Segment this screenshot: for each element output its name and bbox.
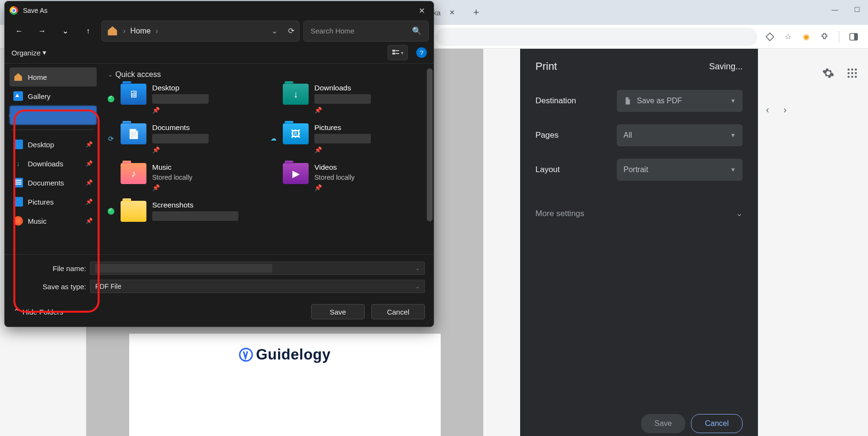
sidebar-item-gallery[interactable]: Gallery xyxy=(10,87,97,106)
folder-label: Videos xyxy=(314,163,355,172)
save-type-select[interactable]: PDF File⌄ xyxy=(90,280,425,293)
chevron-down-icon: ▾ xyxy=(43,48,46,57)
chrome-logo-icon xyxy=(10,6,18,15)
svg-point-3 xyxy=(847,68,849,70)
chevron-down-icon: ⌄ xyxy=(736,208,743,218)
print-cancel-button[interactable]: Cancel xyxy=(691,414,743,433)
diamond-icon[interactable] xyxy=(764,31,776,43)
close-icon[interactable]: ✕ xyxy=(415,4,429,17)
print-panel: Print Saving... Destination Save as PDF … xyxy=(520,49,758,436)
pin-icon: 📌 xyxy=(86,160,93,167)
folder-label: Pictures xyxy=(314,123,371,132)
close-tab-icon[interactable]: ✕ xyxy=(444,4,461,21)
scrollbar-thumb[interactable] xyxy=(427,68,433,221)
apps-grid-icon[interactable] xyxy=(846,67,858,79)
search-input[interactable]: Search Home 🔍 xyxy=(303,21,429,42)
extension-icon[interactable] xyxy=(819,31,830,43)
gear-icon[interactable] xyxy=(822,67,835,79)
destination-select[interactable]: Save as PDF ▼ xyxy=(617,90,743,112)
folder-desktop[interactable]: 🖥 Desktop📌 xyxy=(107,84,265,114)
svg-point-7 xyxy=(851,72,853,74)
folder-label: Documents xyxy=(152,123,209,132)
svg-point-10 xyxy=(851,76,853,77)
pin-icon: 📌 xyxy=(314,146,371,153)
svg-point-8 xyxy=(855,72,857,74)
sidebar-item-documents[interactable]: Documents📌 xyxy=(10,173,97,192)
sidebar-label: Home xyxy=(28,73,47,81)
view-options-button[interactable]: ▾ xyxy=(388,45,408,60)
brand-logo: Guidelogy xyxy=(239,346,331,363)
sidebar-item-downloads[interactable]: ↓Downloads📌 xyxy=(10,154,97,173)
redacted-text xyxy=(152,94,209,104)
pages-select[interactable]: All ▼ xyxy=(617,124,743,146)
folder-videos[interactable]: ▶ VideosStored locally📌 xyxy=(269,163,427,191)
sidebar-label: Music xyxy=(28,217,46,225)
folder-music[interactable]: ♪ MusicStored locally📌 xyxy=(107,163,265,191)
address-bar[interactable] xyxy=(435,28,757,46)
cloud-icon: ☁ xyxy=(270,135,277,142)
quick-access-header[interactable]: ⌄Quick access xyxy=(108,70,427,79)
back-icon[interactable]: ← xyxy=(10,22,29,41)
sidebar-item-pictures[interactable]: Pictures📌 xyxy=(10,192,97,211)
resize-grip-icon[interactable]: ⋰ xyxy=(426,318,432,325)
folder-icon: ↓ xyxy=(283,84,309,105)
print-status: Saving... xyxy=(709,62,743,72)
folder-downloads[interactable]: ↓ Downloads📌 xyxy=(269,84,427,114)
prev-page-icon[interactable]: ‹ xyxy=(766,104,769,115)
pin-icon: 📌 xyxy=(86,198,93,205)
sidebar-item-music[interactable]: Music📌 xyxy=(10,211,97,230)
save-button[interactable]: Save xyxy=(311,304,365,319)
cancel-button[interactable]: Cancel xyxy=(371,304,425,319)
layout-select[interactable]: Portrait ▼ xyxy=(617,159,743,181)
minimize-icon[interactable]: — xyxy=(824,0,846,19)
sidebar-label: Gallery xyxy=(28,92,51,100)
folder-documents[interactable]: ⟳ 📄 Documents📌 xyxy=(107,123,265,153)
dialog-content: ⌄Quick access 🖥 Desktop📌 ↓ Downloads📌 ⟳ … xyxy=(100,64,434,254)
chevron-down-icon: ⌄ xyxy=(415,283,420,290)
sidebar-label: Downloads xyxy=(28,160,63,168)
svg-point-4 xyxy=(851,68,853,70)
document-icon xyxy=(13,178,23,187)
svg-rect-14 xyxy=(396,50,399,51)
forward-icon[interactable]: → xyxy=(33,22,52,41)
breadcrumb-home[interactable]: Home xyxy=(130,27,151,35)
print-save-button[interactable]: Save xyxy=(641,414,685,433)
folder-pictures[interactable]: ☁ 🖼 Pictures📌 xyxy=(269,123,427,153)
pin-icon: 📌 xyxy=(86,218,93,224)
pictures-icon xyxy=(13,197,23,207)
folder-icon: 🖼 xyxy=(283,123,309,144)
preview-nav: ‹ › xyxy=(766,104,787,115)
organize-menu[interactable]: Organize▾ xyxy=(11,48,46,57)
sidebar-item-home[interactable]: Home xyxy=(10,67,97,87)
breadcrumb-bar[interactable]: › Home › ⌄ ⟳ xyxy=(101,21,300,42)
sidepanel-icon[interactable] xyxy=(848,31,859,43)
folder-screenshots[interactable]: Screenshots xyxy=(107,201,265,222)
maximize-icon[interactable]: ☐ xyxy=(846,0,868,19)
svg-point-6 xyxy=(847,72,849,74)
sidebar-item-redacted[interactable]: › xyxy=(10,106,97,125)
star-icon[interactable]: ☆ xyxy=(782,31,794,43)
new-tab-button[interactable]: + xyxy=(473,6,479,19)
sidebar-label: Desktop xyxy=(28,141,54,149)
more-settings-toggle[interactable]: More settings ⌄ xyxy=(535,208,743,218)
folder-label: Downloads xyxy=(314,84,371,92)
tab-title-partial: ka xyxy=(433,9,444,17)
next-page-icon[interactable]: › xyxy=(783,104,787,115)
sidebar-item-desktop[interactable]: Desktop📌 xyxy=(10,135,97,154)
power-icon[interactable]: ◉ xyxy=(801,31,812,43)
file-name-input[interactable]: ⌄ xyxy=(90,262,425,275)
help-icon[interactable]: ? xyxy=(416,47,427,58)
hide-folders-toggle[interactable]: ⌃Hide Folders xyxy=(13,307,63,316)
refresh-icon[interactable]: ⟳ xyxy=(288,26,294,35)
sync-icon: ⟳ xyxy=(108,135,114,142)
breadcrumb-separator: › xyxy=(156,27,158,35)
home-icon xyxy=(13,72,23,82)
up-icon[interactable]: ↑ xyxy=(78,22,98,41)
pin-icon: 📌 xyxy=(152,184,192,191)
dialog-titlebar: Save As ✕ xyxy=(5,1,434,20)
redacted-text xyxy=(95,264,272,272)
download-icon: ↓ xyxy=(13,159,23,168)
recent-dropdown-icon[interactable]: ⌄ xyxy=(56,22,75,41)
chevron-down-icon[interactable]: ⌄ xyxy=(271,26,278,35)
dialog-nav-row: ← → ⌄ ↑ › Home › ⌄ ⟳ Search Home 🔍 xyxy=(5,20,434,42)
